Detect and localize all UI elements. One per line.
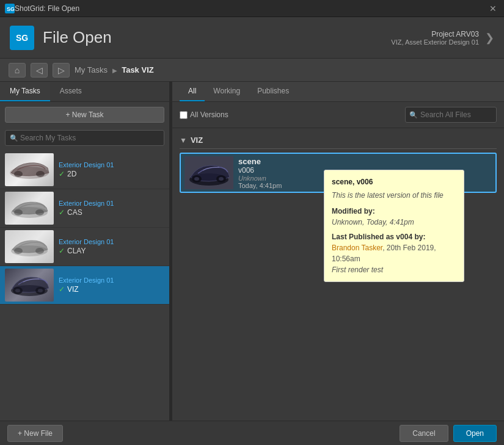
asset-list: Exterior Design 01 ✓ 2D — [0, 151, 169, 421]
tooltip-published-label: Last Published as v004 by: — [332, 231, 456, 242]
tab-publishes[interactable]: Publishes — [249, 82, 298, 101]
tooltip-modified-label: Modified by: — [332, 206, 456, 217]
open-button[interactable]: Open — [453, 425, 497, 442]
check-icon-clay: ✓ — [59, 247, 65, 255]
search-files-input[interactable] — [405, 107, 497, 123]
header: SG File Open Project ARV03 VIZ, Asset Ex… — [0, 17, 504, 59]
breadcrumb-mytasks[interactable]: My Tasks — [75, 65, 108, 74]
tab-assets[interactable]: Assets — [50, 82, 92, 101]
header-title: File Open — [43, 28, 391, 47]
all-versions-checkbox[interactable] — [180, 111, 188, 119]
tooltip-note: First render test — [332, 264, 456, 275]
breadcrumb-task-label: Task VIZ — [122, 65, 154, 74]
asset-thumb-2d — [5, 153, 54, 186]
filter-row: All Versions 🔍 — [172, 102, 504, 128]
app-logo-text: SG — [16, 33, 28, 43]
asset-info-clay: Exterior Design 01 ✓ CLAY — [59, 238, 164, 255]
check-icon-cas: ✓ — [59, 208, 65, 217]
cancel-button[interactable]: Cancel — [400, 425, 448, 442]
file-name: scene — [238, 157, 492, 166]
svg-point-6 — [14, 209, 23, 215]
header-nav-arrow[interactable]: ❯ — [485, 31, 494, 45]
asset-info-cas: Exterior Design 01 ✓ CAS — [59, 200, 164, 217]
new-task-button[interactable]: + New Task — [5, 107, 164, 123]
asset-thumb-clay — [5, 230, 54, 263]
titlebar-title: ShotGrid: File Open — [15, 4, 79, 13]
tab-working[interactable]: Working — [205, 82, 249, 101]
svg-point-7 — [35, 209, 44, 215]
asset-item-cas[interactable]: Exterior Design 01 ✓ CAS — [0, 189, 169, 228]
right-panel: All Working Publishes All Versions 🔍 ▼ — [172, 82, 504, 421]
svg-text:SG: SG — [7, 6, 15, 12]
section-title: VIZ — [191, 136, 203, 145]
breadcrumb-separator: ▶ — [112, 67, 117, 74]
main-content: My Tasks Assets + New Task 🔍 — [0, 82, 504, 421]
svg-point-15 — [38, 289, 43, 292]
home-icon: ⌂ — [15, 65, 20, 75]
search-tasks-input[interactable] — [5, 130, 164, 146]
search-files-wrap: 🔍 — [405, 107, 497, 123]
titlebar: SG ShotGrid: File Open ✕ — [0, 0, 504, 17]
svg-point-20 — [194, 177, 199, 181]
breadcrumb-task: Task VIZ — [122, 65, 154, 74]
tooltip-modified-val: Unknown, Today, 4:41pm — [332, 217, 456, 228]
forward-icon: ▷ — [58, 65, 65, 75]
navbar: ⌂ ◁ ▷ My Tasks ▶ Task VIZ — [0, 59, 504, 82]
tab-my-tasks[interactable]: My Tasks — [0, 82, 50, 101]
left-panel: My Tasks Assets + New Task 🔍 — [0, 82, 170, 421]
app-logo: SG — [10, 26, 34, 50]
bottom-bar: + New File Cancel Open — [0, 421, 504, 445]
all-versions-filter[interactable]: All Versions — [180, 110, 228, 119]
asset-info-viz: Exterior Design 01 ✓ VIZ — [59, 277, 164, 294]
svg-point-3 — [14, 171, 23, 177]
svg-point-21 — [219, 177, 224, 181]
asset-item-2d[interactable]: Exterior Design 01 ✓ 2D — [0, 151, 169, 189]
svg-point-4 — [36, 171, 45, 177]
new-file-button[interactable]: + New File — [7, 425, 63, 442]
header-project-info: Project ARV03 VIZ, Asset Exterior Design… — [391, 30, 479, 46]
tooltip-published-info: Brandon Tasker, 20th Feb 2019, 10:56am — [332, 242, 456, 264]
tooltip-title: scene, v006 — [332, 176, 456, 187]
collapse-icon[interactable]: ▼ — [180, 136, 187, 145]
tab-all[interactable]: All — [180, 82, 205, 101]
asset-thumb-viz — [5, 269, 54, 302]
check-icon-viz: ✓ — [59, 285, 65, 294]
home-button[interactable]: ⌂ — [9, 63, 26, 78]
svg-point-9 — [14, 248, 23, 254]
search-tasks-wrap: 🔍 — [5, 130, 164, 146]
check-icon: ✓ — [59, 170, 65, 178]
search-icon: 🔍 — [10, 134, 18, 142]
asset-thumb-cas — [5, 192, 54, 225]
search-files-icon: 🔍 — [409, 111, 418, 119]
project-name: Project ARV03 — [391, 30, 479, 38]
right-tabs: All Working Publishes — [172, 82, 504, 102]
left-tabs: My Tasks Assets — [0, 82, 169, 102]
shotgrid-icon: SG — [5, 4, 15, 13]
section-header: ▼ VIZ — [180, 133, 497, 149]
tooltip-subtitle: This is the latest version of this file — [332, 190, 456, 201]
asset-info-2d: Exterior Design 01 ✓ 2D — [59, 161, 164, 178]
svg-point-10 — [35, 248, 44, 254]
svg-point-14 — [15, 289, 20, 292]
tooltip-published-user: Brandon Tasker — [332, 244, 382, 252]
titlebar-close[interactable]: ✕ — [487, 4, 499, 13]
breadcrumb: My Tasks ▶ Task VIZ — [75, 65, 154, 74]
file-thumb — [184, 156, 233, 189]
asset-item-clay[interactable]: Exterior Design 01 ✓ CLAY — [0, 228, 169, 266]
tooltip: scene, v006 This is the latest version o… — [324, 170, 464, 282]
project-sub: VIZ, Asset Exterior Design 01 — [391, 38, 479, 46]
back-button[interactable]: ◁ — [31, 63, 48, 78]
asset-item-viz[interactable]: Exterior Design 01 ✓ VIZ — [0, 266, 169, 305]
back-icon: ◁ — [36, 65, 43, 75]
forward-button[interactable]: ▷ — [53, 63, 70, 78]
